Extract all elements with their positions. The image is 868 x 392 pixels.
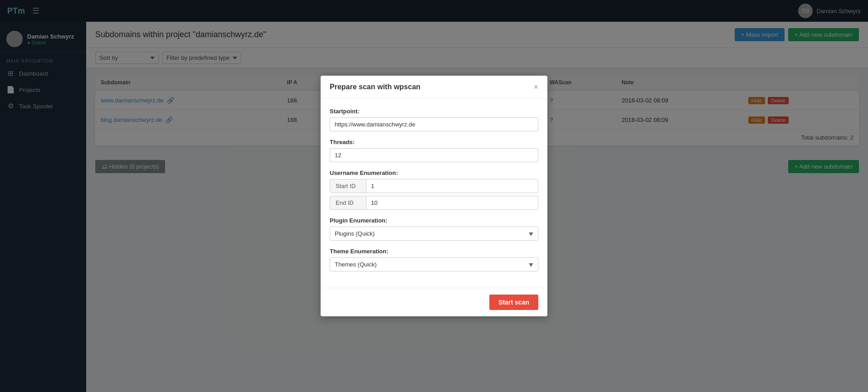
plugin-enum-group: Plugin Enumeration: Plugins (Quick)Plugi… (330, 217, 538, 241)
modal-close-button[interactable]: × (533, 83, 538, 91)
startpoint-group: Startpoint: (330, 108, 538, 131)
theme-enum-select[interactable]: Themes (Quick)Themes (Full)None (330, 257, 538, 271)
modal-overlay: Prepare scan with wpscan × Startpoint: T… (0, 0, 868, 392)
threads-input[interactable] (330, 148, 538, 162)
modal-title: Prepare scan with wpscan (330, 83, 420, 91)
end-id-field: End ID (330, 196, 538, 210)
start-id-field: Start ID (330, 179, 538, 193)
theme-enum-label: Theme Enumeration: (330, 248, 538, 255)
modal-footer: Start scan (321, 288, 547, 316)
wpscan-modal: Prepare scan with wpscan × Startpoint: T… (321, 76, 547, 316)
username-enum-label: Username Enumeration: (330, 169, 538, 176)
plugin-enum-label: Plugin Enumeration: (330, 217, 538, 224)
threads-label: Threads: (330, 139, 538, 145)
startpoint-label: Startpoint: (330, 108, 538, 115)
username-enum-group: Username Enumeration: Start ID End ID (330, 169, 538, 210)
end-id-input[interactable] (366, 196, 538, 209)
modal-header: Prepare scan with wpscan × (321, 76, 547, 99)
start-id-input[interactable] (366, 179, 538, 193)
threads-group: Threads: (330, 139, 538, 162)
end-id-label: End ID (330, 196, 366, 209)
theme-enum-group: Theme Enumeration: Themes (Quick)Themes … (330, 248, 538, 271)
startpoint-input[interactable] (330, 117, 538, 131)
start-id-label: Start ID (330, 179, 366, 193)
modal-body: Startpoint: Threads: Username Enumeratio… (321, 99, 547, 288)
plugin-enum-select[interactable]: Plugins (Quick)Plugins (Full)None (330, 227, 538, 241)
start-scan-button[interactable]: Start scan (489, 295, 538, 310)
